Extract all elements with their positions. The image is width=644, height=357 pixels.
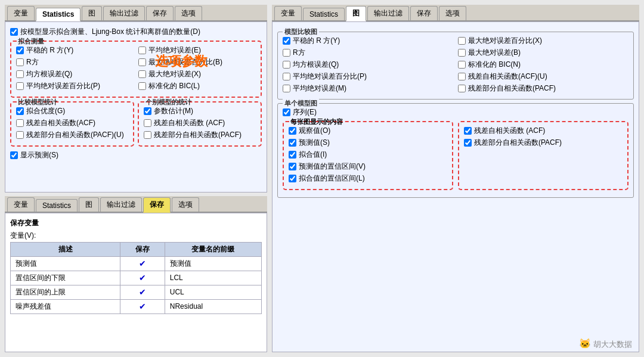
tab-variable-lb[interactable]: 变量 bbox=[7, 197, 35, 212]
left-top-tab-bar: 变量 Statistics 图 输出过滤 保存 选项 bbox=[5, 5, 267, 21]
tab-output-lt[interactable]: 输出过滤 bbox=[103, 6, 145, 20]
tab-chart-r[interactable]: 图 bbox=[346, 6, 366, 21]
residual-item-1: 残差部分自相关函数(PACF) bbox=[474, 138, 562, 148]
each-cb-3[interactable] bbox=[289, 163, 296, 170]
row-prefix-3: NResidual bbox=[165, 299, 261, 313]
tab-options-lt[interactable]: 选项 bbox=[175, 6, 202, 20]
fit-label-0: 平稳的 R 方(Y) bbox=[26, 45, 73, 55]
row-desc-1: 置信区间的下限 bbox=[11, 271, 120, 285]
left-bottom-tab-bar: 变量 Statistics 图 输出过滤 保存 选项 bbox=[5, 196, 267, 213]
save-table: 描述 保存 变量名的前缀 预测值 ✔ 预测值 置信区间的下限 bbox=[10, 242, 262, 314]
sequence-cb[interactable] bbox=[283, 108, 290, 116]
row-save-3: ✔ bbox=[120, 299, 165, 313]
fit-cb-2[interactable] bbox=[16, 70, 24, 78]
mc-cb-1[interactable] bbox=[283, 49, 290, 57]
tab-options-lb[interactable]: 选项 bbox=[172, 197, 199, 212]
col-save: 保存 bbox=[120, 242, 165, 256]
tab-statistics-lb[interactable]: Statistics bbox=[36, 199, 78, 212]
tab-variable-r[interactable]: 变量 bbox=[274, 6, 302, 20]
tab-statistics-r[interactable]: Statistics bbox=[303, 8, 345, 20]
individual-cb-1[interactable] bbox=[144, 119, 151, 127]
fit-cb-1[interactable] bbox=[16, 58, 24, 66]
fit-cb-7[interactable] bbox=[138, 82, 146, 90]
top-checkbox[interactable] bbox=[10, 28, 18, 36]
table-row: 预测值 ✔ 预测值 bbox=[11, 256, 262, 271]
individual-item-2: 残差部分自相关函数(PACF) bbox=[154, 130, 242, 140]
compare-models-section: 比较模型统计 拟合优度(G) 残差自相关函数(ACF) 残差部分自相关函数(PA… bbox=[10, 101, 134, 147]
tab-output-r[interactable]: 输出过滤 bbox=[367, 6, 409, 20]
mc-item-0: 平稳的 R 方(Y) bbox=[293, 36, 340, 46]
each-graph-section: 每张图显示的内容 观察值(O) 预测值(S) 拟合值(I) bbox=[283, 121, 453, 190]
fit-measures-label: 拟合测量 bbox=[16, 37, 46, 46]
fit-cb-5[interactable] bbox=[138, 58, 146, 66]
compare-cb-2[interactable] bbox=[16, 131, 24, 139]
each-cb-0[interactable] bbox=[289, 127, 296, 135]
fit-cb-3[interactable] bbox=[16, 82, 24, 90]
each-cb-1[interactable] bbox=[289, 139, 296, 147]
each-cb-4[interactable] bbox=[289, 175, 296, 182]
mc-cb-8[interactable] bbox=[458, 73, 466, 80]
mc-item-7: 标准化的 BIC(N) bbox=[468, 60, 521, 70]
tab-save-lb[interactable]: 保存 bbox=[143, 197, 171, 213]
mc-cb-2[interactable] bbox=[283, 61, 290, 69]
sequence-label: 序列(E) bbox=[293, 107, 317, 117]
mc-cb-7[interactable] bbox=[458, 61, 466, 69]
tab-chart-lt[interactable]: 图 bbox=[82, 6, 102, 20]
var-label: 变量(V): bbox=[10, 231, 262, 241]
mc-cb-6[interactable] bbox=[458, 49, 466, 57]
model-compare-chart-section: 模型比较图 平稳的 R 方(Y) R方 均方根误差(Q) bbox=[277, 32, 634, 100]
fit-cb-0[interactable] bbox=[16, 46, 24, 54]
each-item-3: 预测值的置信区间(V) bbox=[299, 162, 366, 172]
tab-options-r[interactable]: 选项 bbox=[439, 6, 466, 20]
tab-save-r[interactable]: 保存 bbox=[410, 6, 438, 20]
watermark-text: 胡大大数据 bbox=[593, 340, 632, 349]
individual-cb-2[interactable] bbox=[144, 131, 151, 139]
show-forecast-cb[interactable] bbox=[10, 151, 18, 159]
each-item-4: 拟合值的置信区间(L) bbox=[299, 173, 365, 184]
compare-item-0: 拟合优度(G) bbox=[26, 106, 65, 116]
single-model-label: 单个模型图 bbox=[283, 99, 319, 108]
mc-item-9: 残差部分自相关函数(PACF) bbox=[468, 83, 556, 94]
mc-item-6: 最大绝对误差(B) bbox=[468, 48, 521, 58]
show-forecast-row: 显示预测(S) bbox=[10, 150, 262, 160]
fit-cb-4[interactable] bbox=[138, 46, 146, 54]
col-desc: 描述 bbox=[11, 242, 120, 256]
residual-cb-0[interactable] bbox=[464, 127, 472, 135]
compare-cb-1[interactable] bbox=[16, 119, 24, 127]
right-tab-bar: 变量 Statistics 图 输出过滤 保存 选项 bbox=[272, 5, 639, 21]
tab-chart-lb[interactable]: 图 bbox=[79, 197, 99, 212]
individual-cb-0[interactable] bbox=[144, 107, 151, 115]
table-row: 噪声残差值 ✔ NResidual bbox=[11, 299, 262, 313]
individual-label: 个别模型的统计 bbox=[144, 98, 193, 107]
row-save-0: ✔ bbox=[120, 256, 165, 271]
mc-cb-9[interactable] bbox=[458, 85, 466, 92]
sequence-row: 序列(E) bbox=[283, 107, 628, 117]
compare-cb-0[interactable] bbox=[16, 107, 24, 115]
mc-cb-3[interactable] bbox=[283, 73, 290, 80]
mc-item-8: 残差自相关函数(ACF)(U) bbox=[468, 72, 547, 82]
fit-cb-6[interactable] bbox=[138, 70, 146, 78]
mc-item-2: 均方根误差(Q) bbox=[293, 60, 339, 70]
tab-output-lb[interactable]: 输出过滤 bbox=[100, 197, 142, 212]
top-checkbox-label: 按模型显示拟合测量、Ljung-Box 统计和离群值的数量(D) bbox=[20, 27, 200, 37]
mc-cb-5[interactable] bbox=[458, 37, 466, 45]
residual-section: 残差自相关函数 (ACF) 残差部分自相关函数(PACF) bbox=[458, 121, 628, 190]
tab-statistics-lt[interactable]: Statistics bbox=[36, 8, 80, 21]
tab-save-lt[interactable]: 保存 bbox=[146, 6, 174, 20]
row-desc-0: 预测值 bbox=[11, 256, 120, 271]
fit-item-7: 标准化的 BIC(L) bbox=[138, 81, 256, 91]
save-section-title: 保存变量 bbox=[10, 218, 262, 228]
mc-item-1: R方 bbox=[293, 48, 305, 58]
mc-cb-0[interactable] bbox=[283, 37, 290, 45]
watermark: 🐱 胡大大数据 bbox=[579, 338, 632, 350]
save-panel-content: 保存变量 变量(V): 描述 保存 变量名的前缀 预测值 ✔ bbox=[5, 213, 267, 352]
each-item-0: 观察值(O) bbox=[299, 126, 330, 136]
residual-cb-1[interactable] bbox=[464, 139, 472, 147]
mc-item-4: 平均绝对误差(M) bbox=[293, 83, 346, 94]
row-save-1: ✔ bbox=[120, 271, 165, 285]
fit-label-1: R方 bbox=[26, 57, 39, 67]
each-cb-2[interactable] bbox=[289, 151, 296, 159]
mc-cb-4[interactable] bbox=[283, 85, 290, 92]
fit-item-6: 最大绝对误差(X) bbox=[138, 69, 256, 79]
tab-variable-lt[interactable]: 变量 bbox=[7, 6, 35, 20]
